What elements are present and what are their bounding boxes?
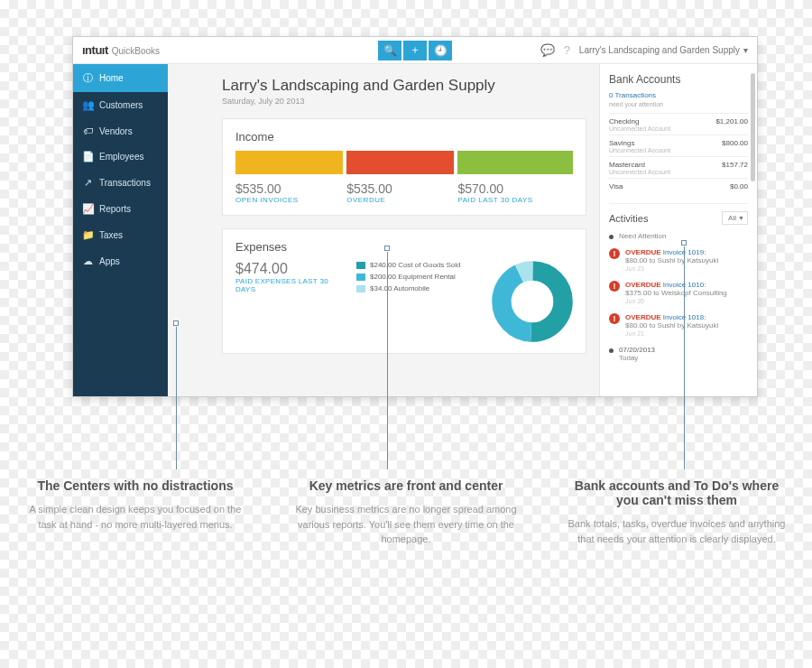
topbar: ıntuıt QuickBooks 🔍 ＋ 🕘 💬 ? Larry's Land… [73,37,757,64]
activities-filter[interactable]: All ▼ [722,211,748,225]
main: Larry's Landscaping and Garden Supply Sa… [168,64,757,396]
legend-text: $34.00 Automobile [370,284,429,292]
annotation-body: A simple clean design keeps you focused … [22,502,249,532]
legend-item[interactable]: $200.00 Equipment Rental [356,273,461,281]
bar-paid[interactable] [457,151,573,174]
expenses-card: Expenses $474.00 PAID EXPENSES LAST 30 D… [222,228,586,354]
callout-line [387,252,388,469]
bank-account-row[interactable]: Visa$0.00 [609,178,748,190]
sidebar-item-label: Vendors [99,126,133,136]
sidebar-item-vendors[interactable]: 🏷Vendors [73,118,168,144]
history-button[interactable]: 🕘 [429,41,452,60]
metric-amount: $535.00 [346,181,454,196]
activity-item[interactable]: ! OVERDUE Invoice 1010: $375.00 to Weisk… [609,281,748,305]
legend-swatch [356,262,365,269]
plus-icon: ＋ [410,42,420,58]
bullet-icon [609,235,614,239]
people-icon: 👥 [82,99,93,111]
sidebar-item-apps[interactable]: ☁Apps [73,248,168,274]
bar-overdue[interactable] [346,151,454,174]
sidebar-item-transactions[interactable]: ↗Transactions [73,170,168,196]
activities-header: Activities All ▼ [609,203,748,225]
bank-account-row[interactable]: SavingsUnconnected Account$800.00 [609,135,748,153]
overdue-label: OVERDUE [625,281,661,289]
expenses-donut-chart[interactable] [492,261,573,342]
account-name: Savings [609,139,670,147]
expenses-total: $474.00 PAID EXPENSES LAST 30 DAYS [235,261,344,342]
help-icon[interactable]: ? [564,43,570,57]
income-bar-chart [235,151,573,174]
income-metrics: $535.00 OPEN INVOICES $535.00 OVERDUE $5… [235,181,573,204]
company-name: Larry's Landscaping and Garden Supply [579,45,740,55]
bullet-icon [609,348,614,353]
legend-item[interactable]: $34.00 Automobile [356,284,461,292]
activity-date: Jun 23 [625,265,644,272]
sidebar-item-reports[interactable]: 📈Reports [73,196,168,222]
sidebar-item-label: Apps [99,256,120,266]
annotation-title: The Centers with no distractions [22,478,249,493]
today-label: Today [619,354,638,362]
create-button[interactable]: ＋ [403,41,427,60]
main-column: Larry's Landscaping and Garden Supply Sa… [168,64,599,396]
alert-icon: ! [609,248,620,259]
bar-open-invoices[interactable] [235,151,343,174]
brand-subtitle: QuickBooks [112,46,160,56]
bank-notice[interactable]: 0 Transactions [609,91,748,99]
activity-item[interactable]: ! OVERDUE Invoice 1018: $80.00 to Sushi … [609,313,748,338]
chevron-down-icon: ▾ [743,45,748,55]
sidebar-item-customers[interactable]: 👥Customers [73,92,168,118]
metric-open-invoices[interactable]: $535.00 OPEN INVOICES [235,181,343,204]
legend-item[interactable]: $240.00 Cost of Goods Sold [356,261,461,269]
document-icon: 📄 [82,151,93,162]
scrollbar[interactable] [751,73,755,181]
search-icon: 🔍 [383,44,397,57]
bank-account-row[interactable]: CheckingUnconnected Account$1,201.00 [609,113,748,132]
income-card: Income $535.00 OPEN INVOICES $535.00 [222,118,586,216]
income-title: Income [235,130,573,144]
callout-marker [384,246,390,251]
metric-paid[interactable]: $570.00 PAID LAST 30 DAYS [457,181,573,204]
expenses-legend: $240.00 Cost of Goods Sold $200.00 Equip… [356,261,461,342]
metric-label: OVERDUE [346,196,454,204]
filter-label: All [728,214,736,222]
annotation-title: Key metrics are front and center [292,478,520,493]
today-date: 07/20/2013 [619,346,655,354]
metric-amount: $535.00 [235,181,343,196]
chart-icon: 📈 [82,203,93,215]
account-sub: Unconnected Account [609,147,670,153]
bank-account-row[interactable]: MastercardUnconnected Account$157.72 [609,156,748,175]
topbar-right: 💬 ? Larry's Landscaping and Garden Suppl… [540,43,757,57]
chat-icon[interactable]: 💬 [540,43,555,57]
account-name: Mastercard [609,161,670,169]
activity-item[interactable]: ! OVERDUE Invoice 1019: $80.00 to Sushi … [609,248,748,273]
right-panel: Bank Accounts 0 Transactions need your a… [599,64,757,396]
activity-sub: $80.00 to Sushi by Katsuyuki [625,321,718,329]
chevron-down-icon: ▼ [738,215,744,221]
sidebar-item-label: Home [99,73,124,83]
legend-text: $200.00 Equipment Rental [370,273,456,281]
search-button[interactable]: 🔍 [378,41,401,60]
legend-swatch [356,274,365,281]
sidebar-item-label: Reports [99,204,131,214]
annotation-body: Bank totals, tasks, overdue invoices and… [563,516,790,546]
callout-line [176,327,177,469]
bank-accounts-title: Bank Accounts [609,73,748,86]
legend-text: $240.00 Cost of Goods Sold [370,261,461,269]
alert-icon: ! [609,281,620,292]
account-balance: $157.72 [722,161,748,175]
bank-notice-sub: need your attention [609,101,748,107]
metric-overdue[interactable]: $535.00 OVERDUE [346,181,454,204]
sidebar: ⓘHome 👥Customers 🏷Vendors 📄Employees ↗Tr… [73,64,168,396]
company-select[interactable]: Larry's Landscaping and Garden Supply ▾ [579,45,748,55]
expenses-title: Expenses [235,240,573,254]
sidebar-item-home[interactable]: ⓘHome [73,64,168,92]
page-title: Larry's Landscaping and Garden Supply [222,77,586,95]
sidebar-item-taxes[interactable]: 📁Taxes [73,222,168,248]
callout-line [684,246,685,469]
sidebar-item-employees[interactable]: 📄Employees [73,144,168,170]
activities-list: Need Attention ! OVERDUE Invoice 1019: $… [609,232,748,362]
topbar-actions: 🔍 ＋ 🕘 [378,41,452,60]
account-name: Checking [609,117,670,125]
activity-sub: $375.00 to Weiskopf Consulting [625,289,727,297]
clock-icon: 🕘 [434,44,448,57]
